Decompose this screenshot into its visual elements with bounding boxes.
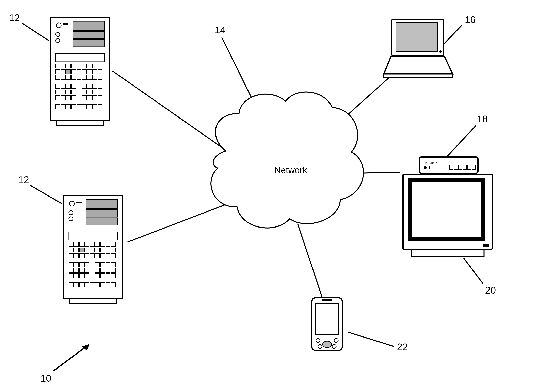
- svg-rect-168: [458, 165, 462, 170]
- svg-rect-50: [98, 75, 102, 80]
- svg-rect-177: [316, 303, 339, 335]
- svg-rect-85: [86, 199, 118, 209]
- laptop: [381, 17, 456, 81]
- svg-rect-35: [66, 69, 71, 74]
- svg-rect-28: [77, 64, 81, 68]
- svg-rect-113: [79, 253, 84, 258]
- svg-rect-32: [98, 64, 102, 68]
- svg-rect-48: [87, 75, 92, 80]
- svg-rect-36: [72, 69, 76, 74]
- svg-rect-87: [86, 218, 118, 225]
- svg-rect-59: [56, 90, 60, 94]
- svg-rect-115: [90, 253, 94, 258]
- svg-rect-27: [72, 64, 76, 68]
- svg-rect-16: [73, 21, 104, 30]
- svg-rect-126: [106, 262, 110, 267]
- svg-rect-72: [87, 95, 92, 100]
- svg-rect-114: [85, 253, 89, 258]
- svg-rect-95: [79, 242, 84, 247]
- svg-rect-70: [72, 95, 76, 100]
- svg-rect-104: [79, 248, 84, 252]
- svg-rect-106: [90, 248, 94, 252]
- svg-point-91: [69, 217, 73, 221]
- svg-rect-39: [87, 69, 92, 74]
- svg-rect-141: [100, 274, 105, 278]
- svg-rect-46: [77, 75, 81, 80]
- svg-rect-164: [429, 166, 433, 169]
- svg-rect-68: [61, 95, 65, 100]
- svg-rect-30: [87, 64, 92, 68]
- svg-rect-65: [93, 90, 97, 94]
- pda: [310, 297, 344, 354]
- svg-point-179: [316, 338, 320, 342]
- svg-rect-128: [69, 268, 73, 273]
- svg-rect-55: [82, 84, 87, 88]
- svg-marker-155: [384, 57, 453, 74]
- svg-rect-108: [100, 248, 105, 252]
- svg-rect-100: [106, 242, 110, 247]
- svg-rect-82: [98, 104, 102, 109]
- svg-rect-146: [79, 283, 84, 287]
- svg-rect-137: [74, 274, 79, 278]
- svg-rect-69: [66, 95, 71, 100]
- ref-16: 16: [465, 14, 476, 25]
- svg-rect-93: [69, 242, 73, 247]
- ref-12-bottom: 12: [18, 174, 29, 185]
- svg-point-19: [56, 23, 61, 28]
- svg-rect-26: [66, 64, 71, 68]
- svg-rect-174: [483, 244, 489, 247]
- ref-20: 20: [485, 285, 496, 296]
- svg-rect-62: [72, 90, 76, 94]
- svg-rect-54: [72, 84, 76, 88]
- svg-rect-86: [86, 210, 118, 217]
- svg-rect-136: [69, 274, 73, 278]
- network-label: Network: [274, 165, 307, 175]
- svg-rect-133: [100, 268, 105, 273]
- svg-rect-56: [87, 84, 92, 88]
- svg-point-180: [334, 338, 338, 342]
- svg-rect-118: [106, 253, 110, 258]
- svg-rect-42: [56, 75, 60, 80]
- svg-rect-89: [76, 202, 82, 203]
- svg-rect-149: [100, 283, 105, 287]
- svg-rect-57: [93, 84, 97, 88]
- svg-rect-139: [85, 274, 89, 278]
- svg-rect-64: [87, 90, 92, 94]
- svg-rect-120: [69, 262, 73, 267]
- svg-rect-148: [90, 283, 100, 287]
- svg-rect-142: [106, 274, 110, 278]
- svg-rect-25: [61, 64, 65, 68]
- svg-rect-169: [463, 165, 467, 170]
- svg-rect-111: [69, 253, 73, 258]
- ref-18: 18: [477, 113, 488, 124]
- svg-rect-156: [384, 74, 453, 77]
- svg-rect-96: [85, 242, 89, 247]
- svg-rect-166: [450, 165, 453, 170]
- svg-rect-41: [98, 69, 102, 74]
- svg-rect-92: [69, 232, 118, 240]
- svg-rect-135: [111, 268, 115, 273]
- svg-rect-175: [411, 249, 484, 256]
- svg-rect-40: [93, 69, 97, 74]
- diagram-canvas: Network: [0, 0, 545, 392]
- svg-rect-173: [410, 180, 483, 239]
- svg-rect-52: [61, 84, 65, 88]
- svg-rect-61: [66, 90, 71, 94]
- svg-rect-76: [61, 104, 65, 109]
- svg-rect-119: [111, 253, 115, 258]
- server-2: [60, 193, 127, 308]
- svg-rect-178: [322, 299, 332, 301]
- svg-rect-98: [95, 242, 100, 247]
- svg-rect-31: [93, 64, 97, 68]
- svg-rect-29: [82, 64, 87, 68]
- svg-rect-109: [106, 248, 110, 252]
- svg-rect-107: [95, 248, 100, 252]
- svg-rect-84: [70, 299, 117, 304]
- svg-point-163: [424, 166, 427, 169]
- server-1: [47, 15, 113, 130]
- svg-rect-60: [61, 90, 65, 94]
- svg-text:TALK/DATA: TALK/DATA: [425, 162, 437, 165]
- svg-rect-79: [77, 104, 87, 109]
- svg-rect-34: [61, 69, 65, 74]
- svg-rect-94: [74, 242, 79, 247]
